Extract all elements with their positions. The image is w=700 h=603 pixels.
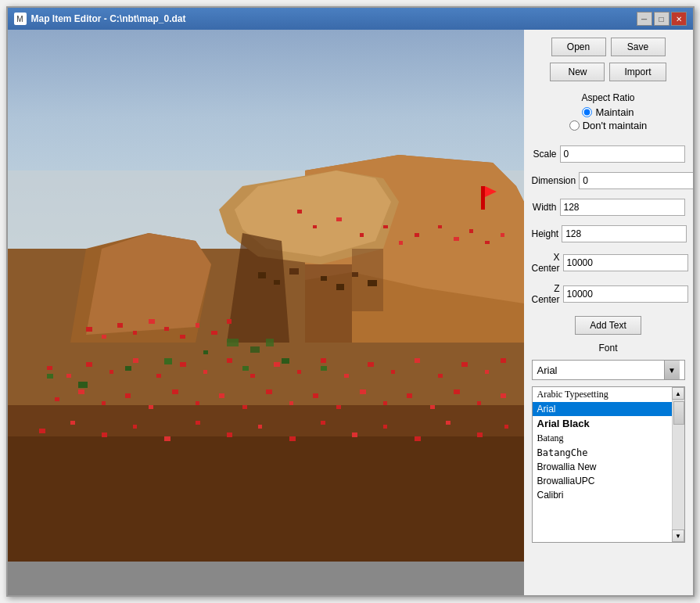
font-list-scrollbar: ▲ ▼ [672, 387, 684, 542]
add-text-button[interactable]: Add Text [575, 316, 641, 335]
svg-rect-33 [501, 233, 504, 237]
svg-rect-53 [250, 374, 255, 378]
maintain-radio[interactable] [582, 107, 592, 117]
font-list-item-calibri[interactable]: Calibri [533, 488, 672, 502]
svg-rect-71 [196, 401, 199, 405]
font-list-container: Arabic Typesetting Arial Arial Black Bat… [532, 386, 685, 543]
svg-rect-35 [102, 335, 106, 339]
svg-rect-83 [477, 401, 481, 405]
svg-rect-78 [360, 389, 366, 394]
scale-row: Scale [532, 144, 685, 164]
svg-rect-96 [383, 425, 387, 429]
svg-rect-112 [266, 339, 274, 346]
svg-rect-101 [481, 186, 485, 210]
font-list-item-browalliaUPC[interactable]: BrowalliaUPC [533, 474, 672, 488]
save-button[interactable]: Save [611, 38, 666, 56]
svg-rect-55 [297, 370, 301, 374]
svg-rect-21 [321, 366, 327, 371]
svg-rect-29 [438, 225, 442, 228]
svg-rect-90 [196, 421, 200, 425]
svg-rect-84 [501, 393, 506, 398]
svg-rect-92 [258, 425, 262, 429]
new-button[interactable]: New [550, 63, 605, 81]
scale-label: Scale [532, 149, 557, 160]
title-bar-buttons: ─ □ ✕ [637, 12, 687, 26]
maximize-button[interactable]: □ [654, 12, 669, 26]
svg-rect-46 [86, 362, 92, 367]
svg-rect-69 [149, 405, 153, 409]
svg-rect-67 [102, 401, 106, 405]
font-list-item-arial[interactable]: Arial [533, 402, 672, 416]
scroll-track [673, 400, 684, 529]
svg-rect-80 [407, 393, 412, 398]
font-list-item-browallia-new[interactable]: Browallia New [533, 460, 672, 474]
svg-rect-17 [242, 366, 249, 371]
map-canvas [8, 30, 524, 562]
right-panel: Open Save New Import Aspect Ratio Mainta… [524, 30, 693, 595]
svg-rect-57 [344, 374, 349, 378]
svg-rect-13 [8, 436, 524, 562]
title-bar: M Map Item Editor - C:\nbt\map_0.dat ─ □… [8, 8, 693, 30]
font-select-display[interactable]: Arial ▼ [532, 360, 685, 380]
z-center-input[interactable] [563, 285, 688, 303]
svg-rect-59 [391, 370, 395, 374]
font-dropdown-arrow[interactable]: ▼ [664, 361, 680, 379]
close-button[interactable]: ✕ [671, 12, 687, 26]
svg-rect-61 [438, 374, 443, 378]
scale-input[interactable] [560, 145, 685, 163]
svg-rect-15 [164, 358, 172, 364]
svg-rect-105 [289, 268, 299, 275]
svg-rect-54 [274, 362, 280, 367]
scroll-thumb[interactable] [673, 401, 684, 425]
svg-rect-30 [454, 237, 459, 241]
font-list[interactable]: Arabic Typesetting Arial Arial Black Bat… [533, 387, 672, 542]
svg-rect-38 [149, 319, 155, 324]
svg-rect-24 [336, 217, 342, 221]
svg-rect-65 [55, 397, 59, 401]
font-list-item-arial-black[interactable]: Arial Black [533, 416, 672, 431]
svg-rect-60 [415, 358, 420, 363]
svg-rect-89 [164, 436, 171, 441]
svg-rect-36 [117, 323, 123, 328]
svg-rect-43 [227, 319, 232, 324]
import-button[interactable]: Import [609, 63, 666, 81]
open-button[interactable]: Open [551, 38, 606, 56]
x-center-input[interactable] [563, 254, 688, 271]
minimize-button[interactable]: ─ [637, 12, 652, 26]
scroll-up-button[interactable]: ▲ [672, 387, 684, 400]
svg-rect-25 [360, 233, 364, 237]
svg-rect-111 [250, 346, 260, 353]
svg-rect-32 [485, 241, 490, 244]
dimension-input[interactable] [579, 172, 692, 189]
svg-rect-68 [125, 393, 131, 398]
height-input[interactable] [562, 225, 687, 242]
svg-rect-34 [86, 327, 92, 332]
svg-rect-95 [352, 433, 357, 437]
add-text-row: Add Text [532, 316, 685, 335]
svg-rect-73 [242, 405, 247, 409]
svg-rect-91 [227, 433, 232, 437]
svg-rect-75 [289, 401, 293, 405]
svg-rect-98 [446, 421, 451, 425]
scroll-down-button[interactable]: ▼ [672, 529, 684, 542]
svg-rect-108 [352, 272, 358, 277]
svg-rect-79 [383, 401, 387, 405]
svg-rect-99 [477, 433, 483, 437]
dont-maintain-radio[interactable] [569, 120, 580, 131]
svg-rect-49 [156, 374, 161, 378]
font-list-item-batangche[interactable]: BatangChe [533, 446, 672, 460]
svg-rect-87 [102, 433, 107, 437]
svg-rect-42 [211, 331, 217, 335]
svg-rect-103 [258, 272, 266, 278]
svg-rect-76 [313, 393, 318, 398]
svg-rect-110 [227, 339, 239, 346]
height-row: Height [532, 224, 685, 244]
svg-rect-63 [485, 370, 489, 374]
font-list-item-batang[interactable]: Batang [533, 431, 672, 446]
content-area: Open Save New Import Aspect Ratio Mainta… [8, 30, 693, 595]
svg-rect-37 [133, 331, 137, 335]
svg-rect-74 [266, 389, 272, 394]
font-list-item-arabic-typesetting[interactable]: Arabic Typesetting [533, 387, 672, 402]
width-input[interactable] [560, 199, 685, 216]
svg-rect-58 [368, 362, 374, 367]
